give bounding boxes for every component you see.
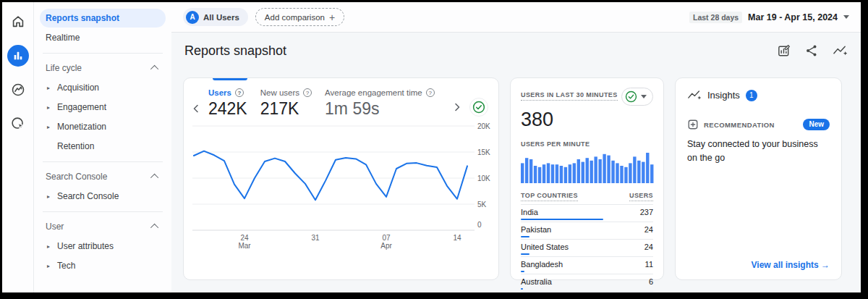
- sidebar-item-realtime[interactable]: Realtime: [40, 28, 166, 47]
- expand-arrow-icon[interactable]: ▸: [47, 193, 57, 200]
- realtime-quality-dropdown[interactable]: [621, 88, 653, 106]
- date-range-picker[interactable]: Last 28 days Mar 19 - Apr 15, 2024: [689, 12, 849, 23]
- country-bar: [521, 271, 524, 272]
- arrow-right-icon: →: [821, 260, 830, 270]
- customize-report-icon[interactable]: [777, 44, 791, 58]
- x-axis-tick: 14: [453, 234, 461, 242]
- minute-bar: [633, 156, 636, 183]
- date-range-text: Mar 19 - Apr 15, 2024: [748, 12, 838, 22]
- sidebar-item-acquisition[interactable]: ▸Acquisition: [40, 78, 166, 97]
- sidebar-item-reports-snapshot[interactable]: Reports snapshot: [40, 9, 166, 28]
- minute-bar: [547, 163, 550, 183]
- minute-bar: [542, 164, 545, 183]
- minute-bar: [629, 163, 631, 183]
- help-icon[interactable]: ?: [235, 88, 244, 97]
- advertising-nav-button[interactable]: [7, 113, 29, 135]
- users-trend-line: [194, 151, 467, 201]
- minute-bar: [551, 164, 554, 183]
- metric-avg-engagement-label: Average engagement time: [325, 88, 422, 97]
- minute-bar: [534, 166, 537, 183]
- metric-users-label: Users: [208, 88, 231, 97]
- page-title: Reports snapshot: [184, 43, 286, 59]
- sidebar-section-life-cycle[interactable]: Life cycle: [40, 59, 166, 77]
- metric-avg-engagement[interactable]: Average engagement time? 1m 59s: [325, 88, 435, 119]
- metric-new-users[interactable]: New users? 217K: [260, 88, 312, 119]
- prev-metrics-button[interactable]: [190, 102, 203, 115]
- home-nav-button[interactable]: [7, 11, 29, 33]
- country-bar: [521, 253, 529, 255]
- sidebar-item-retention[interactable]: Retention: [40, 137, 166, 156]
- minute-bar: [590, 161, 592, 183]
- section-heading-label: User: [46, 222, 64, 232]
- sidebar-item-engagement[interactable]: ▸Engagement: [40, 98, 166, 117]
- expand-arrow-icon[interactable]: ▸: [47, 104, 57, 111]
- section-heading-label: Search Console: [46, 172, 107, 182]
- sidebar-divider: [43, 211, 163, 212]
- sidebar-section-search-console[interactable]: Search Console: [40, 168, 166, 185]
- insights-count-badge: 1: [746, 90, 757, 101]
- sidebar-item-user-attributes[interactable]: ▸User attributes: [40, 237, 166, 256]
- sidebar-section-user[interactable]: User: [40, 218, 166, 235]
- icon-rail: [2, 2, 34, 292]
- help-icon[interactable]: ?: [426, 88, 435, 97]
- country-name: Australia: [521, 277, 552, 286]
- country-bar: [521, 219, 603, 220]
- view-all-insights-link[interactable]: View all insights →: [752, 260, 830, 270]
- add-comparison-label: Add comparison: [265, 13, 325, 22]
- minute-bar: [620, 166, 623, 183]
- recommendation-text[interactable]: Stay connected to your business on the g…: [687, 138, 830, 165]
- minute-bar: [607, 156, 610, 183]
- page-header: Reports snapshot: [171, 33, 861, 69]
- reports-nav-button[interactable]: [7, 45, 29, 67]
- next-metrics-button[interactable]: [451, 101, 464, 114]
- analytics-app: Reports snapshotRealtimeLife cycle▸Acqui…: [2, 2, 861, 292]
- add-comparison-button[interactable]: Add comparison +: [255, 8, 344, 26]
- country-row: Australia6: [521, 274, 653, 292]
- country-users-value: 24: [644, 225, 653, 234]
- country-name: India: [521, 208, 538, 216]
- all-users-chip[interactable]: A All Users: [183, 8, 248, 26]
- help-icon[interactable]: ?: [303, 88, 312, 97]
- insights-icon[interactable]: [833, 44, 848, 57]
- country-name: United States: [521, 243, 569, 251]
- minute-bar: [611, 161, 614, 183]
- users-trend-chart[interactable]: 20K15K10K5K024Mar3107Apr14: [190, 122, 494, 252]
- minute-bar: [573, 163, 576, 183]
- minute-bar: [624, 167, 627, 183]
- chevron-up-icon: [150, 224, 158, 232]
- data-quality-icon[interactable]: [469, 98, 488, 117]
- sidebar-item-label: Engagement: [57, 102, 106, 112]
- country-name: Bangladesh: [521, 260, 563, 269]
- expand-arrow-icon[interactable]: ▸: [47, 124, 57, 130]
- sidebar-item-tech[interactable]: ▸Tech: [40, 256, 166, 275]
- sidebar-item-monetization[interactable]: ▸Monetization: [40, 117, 166, 136]
- date-preset-badge: Last 28 days: [689, 12, 742, 23]
- sidebar-item-label: Reports snapshot: [46, 13, 119, 23]
- sidebar-sections: Reports snapshotRealtimeLife cycle▸Acqui…: [34, 9, 171, 275]
- top-countries-list: India237Pakistan24United States24Banglad…: [521, 205, 653, 292]
- expand-arrow-icon[interactable]: ▸: [47, 243, 57, 250]
- country-users-value: 6: [649, 277, 653, 286]
- explore-nav-button[interactable]: [7, 79, 29, 101]
- country-name: Pakistan: [521, 225, 551, 234]
- x-axis-tick: 31: [311, 234, 320, 242]
- explore-icon: [10, 82, 26, 98]
- chevron-down-icon: [843, 15, 849, 19]
- sidebar-item-label: Tech: [57, 261, 75, 271]
- sidebar-item-search-console[interactable]: ▸Search Console: [40, 187, 166, 206]
- share-icon[interactable]: [805, 44, 818, 57]
- users-per-minute-label: USERS PER MINUTE: [521, 140, 653, 148]
- plus-icon: +: [329, 12, 335, 23]
- expand-arrow-icon[interactable]: ▸: [47, 85, 57, 91]
- minute-bar: [637, 161, 640, 183]
- metric-users[interactable]: Users? 242K: [208, 88, 247, 119]
- cards-row: Users? 242K New users? 217K Average enga…: [171, 69, 861, 280]
- expand-arrow-icon[interactable]: ▸: [47, 263, 57, 269]
- insights-card: Insights 1 RECOMMENDATION New Stay conne…: [675, 77, 842, 280]
- metric-new-users-value: 217K: [260, 99, 312, 119]
- advertising-icon: [10, 116, 26, 132]
- section-heading-label: Life cycle: [46, 63, 82, 73]
- minute-bar: [582, 162, 584, 183]
- users-per-minute-chart[interactable]: [521, 151, 655, 183]
- recommendation-label: RECOMMENDATION: [704, 121, 775, 129]
